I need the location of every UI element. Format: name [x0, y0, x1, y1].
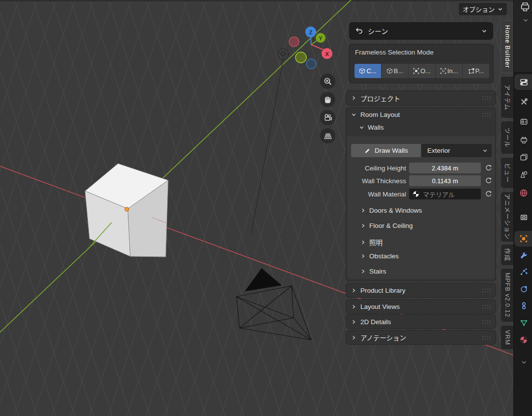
undo-icon [355, 27, 363, 35]
chevron-right-icon [351, 95, 356, 101]
panel-layout-views[interactable]: Layout Views [346, 300, 496, 313]
wall-thickness-field[interactable]: 0.1143 m [409, 175, 481, 186]
wall-material-refresh-button[interactable] [484, 189, 493, 198]
ceiling-height-field[interactable]: 2.4384 m [409, 163, 481, 173]
rail-scroll-chevron-icon[interactable] [519, 357, 529, 367]
object-data-tab-icon[interactable] [519, 318, 529, 328]
tab-animation[interactable]: アニメーション [501, 192, 514, 242]
panel-room-layout: Room Layout Walls Draw Walls [346, 108, 496, 281]
movie-camera-icon [324, 113, 332, 122]
properties-sliders-icon[interactable] [519, 77, 529, 87]
particles-tab-icon[interactable] [519, 267, 529, 277]
output-tab-icon[interactable] [519, 135, 529, 145]
pan-button[interactable] [320, 92, 335, 107]
drag-handle[interactable] [482, 113, 491, 116]
drag-handle[interactable] [482, 305, 491, 308]
panel-title: アノテーション [360, 333, 406, 342]
selection-mode-box-button[interactable]: B... [382, 64, 408, 78]
walls-subpanel-body: Draw Walls Exterior Ceiling Height 2.438… [347, 136, 495, 279]
subpanel-floor-ceiling[interactable]: Floor & Ceiling [360, 222, 413, 229]
subpanel-title: 照明 [369, 237, 383, 247]
chevron-down-icon[interactable] [521, 15, 531, 25]
drag-handle[interactable] [482, 320, 491, 324]
orientation-gizmo[interactable]: Z Y X [289, 27, 332, 69]
panel-2d-details[interactable]: 2D Details [346, 315, 496, 329]
hand-icon [324, 95, 332, 104]
chevron-right-icon [360, 223, 366, 228]
subpanel-obstacles[interactable]: Obstacles [360, 252, 399, 260]
selection-mode-point-button[interactable]: P... [463, 64, 489, 78]
render-tab-icon[interactable] [519, 116, 529, 126]
gizmo-neg-x-ball[interactable] [289, 37, 299, 47]
physics-tab-icon[interactable] [519, 284, 529, 294]
cube-object[interactable] [85, 164, 168, 257]
gizmo-neg-z-ball[interactable] [306, 59, 316, 69]
drag-handle[interactable] [482, 289, 491, 292]
object-tab-icon[interactable] [519, 234, 529, 244]
collection-tab-icon[interactable] [519, 212, 529, 222]
chevron-right-icon [351, 304, 356, 309]
gizmo-neg-y-ball[interactable] [296, 52, 306, 63]
ceiling-height-label: Ceiling Height [347, 165, 406, 172]
3d-viewport[interactable]: Z Y X [0, 0, 513, 416]
wall-material-field[interactable]: マテリアル [409, 189, 481, 199]
world-tab-icon[interactable] [519, 188, 529, 198]
point-select-icon [468, 68, 474, 74]
origin-brackets-icon [413, 68, 419, 74]
subpanel-title: Floor & Ceiling [369, 222, 413, 229]
chevron-down-icon [359, 125, 364, 130]
tab-create[interactable]: 作成 [501, 245, 514, 265]
wall-thickness-refresh-button[interactable] [484, 176, 493, 185]
options-label: オプション [463, 4, 495, 14]
tab-home-builder[interactable]: Home Builder [501, 21, 514, 73]
button-label: O... [420, 67, 431, 75]
constraints-tab-icon[interactable] [519, 301, 529, 310]
modifiers-tab-icon[interactable] [519, 251, 529, 261]
button-label: P... [475, 67, 484, 75]
button-label: C... [366, 67, 376, 75]
tool-tab-icon[interactable] [519, 97, 529, 107]
scene-tab-icon[interactable] [519, 169, 529, 179]
refresh-icon [485, 190, 492, 197]
toggle-view-button[interactable] [320, 128, 335, 143]
walls-subpanel-header[interactable]: Walls [359, 124, 384, 131]
selection-mode-origin-button[interactable]: O... [409, 64, 435, 78]
editor-type-icon[interactable] [520, 2, 532, 12]
ceiling-height-refresh-button[interactable] [484, 163, 493, 172]
zoom-button[interactable] [320, 74, 335, 89]
tab-tool[interactable]: ツール [501, 121, 514, 154]
camera-view-button[interactable] [320, 110, 335, 125]
chevron-right-icon [360, 253, 366, 259]
chevron-down-icon [482, 148, 488, 153]
panel-product-library[interactable]: Product Library [346, 283, 496, 297]
selection-mode-label: Frameless Selection Mode [355, 49, 434, 56]
material-tab-icon[interactable] [519, 335, 529, 345]
panel-annotation[interactable]: アノテーション [346, 331, 496, 344]
tab-item[interactable]: アイテム [501, 77, 514, 118]
gizmo-x-label: X [325, 51, 329, 57]
wall-type-dropdown[interactable]: Exterior [421, 144, 492, 157]
gizmo-z-label: Z [309, 29, 312, 35]
drag-handle[interactable] [482, 336, 491, 339]
options-dropdown[interactable]: オプション [459, 3, 507, 15]
subpanel-doors-windows[interactable]: Doors & Windows [360, 207, 422, 214]
view-layer-tab-icon[interactable] [519, 152, 529, 162]
tab-view[interactable]: ビュー [501, 158, 514, 188]
selection-mode-inside-button[interactable]: In... [436, 64, 462, 78]
subpanel-stairs[interactable]: Stairs [360, 268, 386, 275]
gizmo-y-label: Y [319, 35, 323, 41]
selection-mode-cube-button[interactable]: C... [355, 64, 381, 78]
button-label: B... [394, 67, 404, 75]
subpanel-title: Doors & Windows [369, 207, 422, 214]
subpanel-lighting[interactable]: 照明 [360, 237, 383, 247]
tab-vrm[interactable]: VRM [501, 326, 514, 349]
tab-mpfb[interactable]: MPFB v2.0.12 [501, 269, 514, 322]
camera-object[interactable] [236, 268, 311, 340]
draw-walls-button[interactable]: Draw Walls [351, 144, 421, 157]
cube-icon [386, 68, 393, 74]
scene-selector[interactable]: シーン [349, 22, 493, 40]
panel-room-layout-header[interactable]: Room Layout [346, 108, 496, 122]
chevron-right-icon [360, 269, 366, 274]
panel-project[interactable]: プロジェクト [346, 91, 496, 105]
drag-handle[interactable] [482, 96, 491, 100]
